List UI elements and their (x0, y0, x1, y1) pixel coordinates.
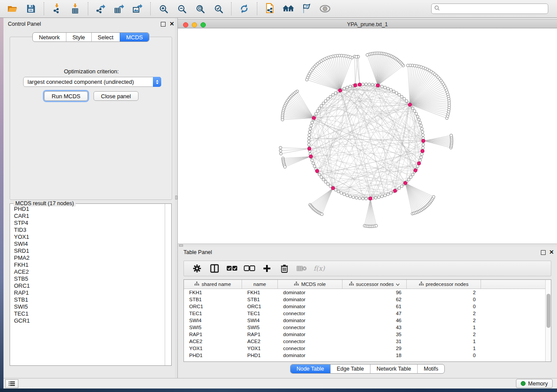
mcds-node[interactable] (417, 162, 421, 165)
cell-name[interactable]: ORC1 (242, 304, 278, 309)
mcds-result-item[interactable]: FKH1 (10, 261, 164, 268)
graph-node[interactable] (327, 182, 329, 185)
cell-shared-name[interactable]: ACE2 (184, 339, 242, 344)
cell-name[interactable]: PHD1 (242, 353, 278, 358)
graph-node[interactable] (395, 92, 398, 94)
mcds-result-item[interactable]: RAP1 (10, 289, 164, 296)
tab-select[interactable]: Select (91, 33, 120, 41)
mcds-node[interactable] (339, 89, 342, 92)
graph-node[interactable] (312, 162, 315, 165)
graph-node[interactable] (322, 178, 325, 181)
cell-predecessor-nodes[interactable]: 2 (407, 311, 481, 316)
mcds-result-item[interactable]: YOX1 (10, 234, 164, 241)
cell-predecessor-nodes[interactable]: 1 (407, 339, 481, 344)
graph-node[interactable] (419, 159, 421, 162)
graph-node[interactable] (366, 54, 368, 56)
float-panel-icon[interactable] (541, 250, 546, 255)
column-header-successor-nodes[interactable]: successor nodes (343, 280, 407, 289)
mcds-node[interactable] (315, 169, 319, 173)
cell-MCDS-role[interactable]: connector (278, 311, 343, 316)
home-networks-icon[interactable] (282, 2, 295, 15)
cell-name[interactable]: SWI5 (242, 325, 278, 330)
toggle-columns-icon[interactable] (208, 262, 221, 275)
cell-name[interactable]: TEC1 (242, 311, 278, 316)
import-table-icon[interactable] (69, 2, 82, 15)
cell-name[interactable]: SWI4 (242, 318, 278, 323)
graph-node[interactable] (308, 137, 310, 139)
graph-node[interactable] (421, 153, 423, 155)
graph-node[interactable] (422, 146, 424, 149)
graph-node[interactable] (320, 104, 322, 107)
cell-successor-nodes[interactable]: 47 (343, 311, 407, 316)
network-document-icon[interactable] (263, 2, 277, 15)
graph-node[interactable] (400, 185, 403, 187)
cell-MCDS-role[interactable]: connector (278, 325, 343, 330)
mcds-node[interactable] (376, 84, 380, 87)
mcds-result-item[interactable]: GCR1 (10, 317, 164, 324)
tab-style[interactable]: Style (66, 33, 91, 41)
close-panel-icon[interactable]: ✕ (549, 249, 554, 255)
cell-shared-name[interactable]: RAP1 (184, 332, 242, 337)
graph-node[interactable] (305, 78, 308, 81)
mcds-result-item[interactable]: CAR1 (10, 213, 164, 220)
graph-node[interactable] (355, 55, 357, 58)
table-row[interactable]: RAP1RAP1dominator352 (184, 331, 546, 338)
vertical-splitter[interactable] (175, 18, 178, 378)
cell-successor-nodes[interactable]: 35 (343, 332, 407, 337)
cell-name[interactable]: YOX1 (242, 346, 278, 351)
tab-network-table[interactable]: Network Table (370, 364, 417, 373)
graph-node[interactable] (450, 134, 453, 137)
table-row[interactable]: TEC1TEC1connector472 (184, 310, 546, 317)
graph-node[interactable] (321, 213, 323, 216)
graph-node[interactable] (374, 196, 377, 199)
cell-shared-name[interactable]: YOX1 (184, 346, 242, 351)
cell-successor-nodes[interactable]: 43 (343, 325, 407, 330)
graph-node[interactable] (392, 90, 395, 93)
tab-edge-table[interactable]: Edge Table (330, 364, 370, 373)
cell-successor-nodes[interactable]: 46 (343, 318, 407, 323)
graph-node[interactable] (407, 178, 410, 181)
cell-MCDS-role[interactable]: dominator (278, 304, 343, 309)
graph-node[interactable] (409, 175, 412, 178)
graph-node[interactable] (322, 102, 325, 105)
cell-predecessor-nodes[interactable]: 2 (407, 290, 481, 295)
graph-node[interactable] (416, 165, 419, 168)
mcds-result-item[interactable]: ORC1 (10, 282, 164, 289)
flag-icon[interactable] (300, 2, 313, 15)
horizontal-splitter[interactable] (178, 244, 557, 247)
graph-node[interactable] (340, 192, 343, 194)
mcds-node[interactable] (408, 103, 412, 107)
graph-node[interactable] (390, 192, 392, 194)
search-box[interactable] (431, 3, 548, 14)
cell-shared-name[interactable]: STB1 (184, 297, 242, 302)
cell-shared-name[interactable]: ORC1 (184, 304, 242, 309)
graph-node[interactable] (400, 95, 403, 98)
cell-shared-name[interactable]: TEC1 (184, 311, 242, 316)
graph-node[interactable] (415, 112, 417, 115)
mcds-result-item[interactable]: SWI4 (10, 241, 164, 248)
scrollbar-thumb[interactable] (547, 294, 550, 328)
export-network-icon[interactable] (94, 2, 107, 15)
mcds-result-item[interactable]: TEC1 (10, 310, 164, 317)
graph-node[interactable] (318, 107, 321, 110)
graph-node[interactable] (316, 110, 319, 112)
table-row[interactable]: SWI5SWI5connector431 (184, 324, 546, 331)
cell-predecessor-nodes[interactable]: 1 (407, 346, 481, 351)
graph-node[interactable] (324, 100, 327, 102)
graph-node[interactable] (398, 187, 401, 189)
export-image-icon[interactable] (131, 2, 144, 15)
cell-successor-nodes[interactable]: 61 (343, 304, 407, 309)
cell-name[interactable]: FKH1 (242, 290, 278, 295)
mcds-result-item[interactable]: PMA2 (10, 254, 164, 261)
graph-node[interactable] (315, 112, 317, 115)
cell-shared-name[interactable]: PHD1 (184, 353, 242, 358)
graph-node[interactable] (365, 197, 367, 200)
graph-node[interactable] (334, 92, 337, 94)
cell-successor-nodes[interactable]: 31 (343, 339, 407, 344)
graph-node[interactable] (412, 173, 414, 176)
cell-name[interactable]: STB1 (242, 297, 278, 302)
cell-successor-nodes[interactable]: 29 (343, 346, 407, 351)
delete-rows-icon[interactable] (278, 262, 291, 275)
save-session-icon[interactable] (24, 2, 38, 15)
cell-successor-nodes[interactable]: 18 (343, 353, 407, 358)
